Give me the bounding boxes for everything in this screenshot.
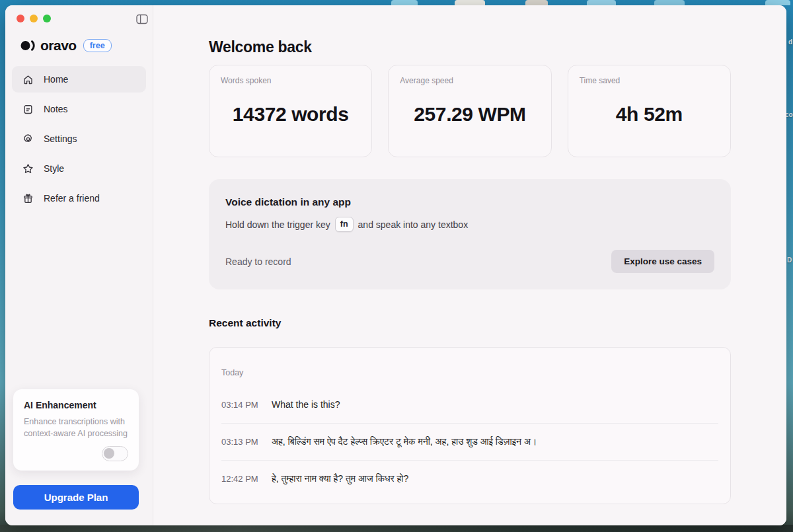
recording-status-text: Ready to record [225,256,291,267]
sidebar-item-settings[interactable]: Settings [12,126,146,152]
plan-badge: free [83,39,112,52]
star-icon [22,163,34,174]
ai-enhancement-toggle[interactable] [102,446,128,461]
activity-group-label: Today [221,348,718,377]
sidebar-item-label: Notes [44,104,68,114]
sidebar: oravo free Home [5,5,153,525]
stat-value: 257.29 WPM [414,96,525,126]
sidebar-nav: Home Notes [5,63,153,211]
main-content: Welcome back Words spoken 14372 words Av… [153,5,786,525]
sidebar-item-home[interactable]: Home [12,66,146,93]
activity-row[interactable]: 03:13 PM अह, बिल्डिंग सम ऐप दैट हेल्प्स … [221,423,718,460]
activity-time: 03:14 PM [221,400,260,410]
home-icon [22,74,34,85]
stat-card-time-saved: Time saved 4h 52m [568,65,731,157]
app-logo: oravo free [19,38,112,54]
instruction-text-before: Hold down the trigger key [225,219,330,230]
desktop-text-fragment: D [787,256,792,264]
app-window: oravo free Home [5,5,786,525]
voice-card-title: Voice dictation in any app [225,196,714,208]
sidebar-toggle-icon[interactable] [135,13,149,26]
activity-text: अह, बिल्डिंग सम ऐप दैट हेल्प्स क्रिएटर ट… [272,436,537,447]
activity-row[interactable]: 03:14 PM What the is this? [221,386,718,423]
stat-label: Average speed [400,76,453,85]
ai-card-title: AI Enhancement [24,400,128,410]
notes-icon [22,104,34,115]
activity-text: What the is this? [272,399,340,410]
stat-value: 14372 words [233,96,349,126]
ai-enhancement-card: AI Enhancement Enhance transcriptions wi… [13,389,139,471]
stat-label: Time saved [580,76,621,85]
gift-icon [22,193,34,204]
stats-row: Words spoken 14372 words Average speed 2… [209,65,731,157]
toggle-knob [104,448,114,459]
background-window-tab [391,0,418,5]
upgrade-plan-button[interactable]: Upgrade Plan [13,485,139,510]
desktop-text-fragment: d [788,38,792,46]
background-window-tab [587,0,616,5]
sidebar-item-label: Settings [44,133,77,144]
sidebar-item-notes[interactable]: Notes [12,96,146,122]
voice-dictation-card: Voice dictation in any app Hold down the… [209,179,731,289]
activity-text: हे, तुम्हारा नाम क्या है? तुम आज किधर हो… [272,473,408,484]
oravo-logo-icon [19,38,36,54]
sidebar-item-label: Home [44,74,68,85]
app-name: oravo [40,38,77,54]
fn-key-badge: fn [335,217,354,232]
activity-row[interactable]: 12:42 PM हे, तुम्हारा नाम क्या है? तुम आ… [221,460,718,497]
page-title: Welcome back [209,38,731,56]
stat-label: Words spoken [221,76,271,85]
minimize-window-button[interactable] [30,15,38,22]
close-window-button[interactable] [17,15,24,22]
window-controls [17,15,51,22]
sidebar-item-style[interactable]: Style [12,155,146,182]
background-window-tab [525,0,548,5]
sidebar-item-refer[interactable]: Refer a friend [12,185,146,211]
background-window-tab [765,0,790,5]
sidebar-item-label: Style [44,163,64,174]
zoom-window-button[interactable] [43,15,51,22]
recent-activity-heading: Recent activity [209,317,731,329]
voice-card-instruction: Hold down the trigger key fn and speak i… [225,217,714,232]
activity-time: 03:13 PM [221,437,260,447]
sidebar-item-label: Refer a friend [44,193,100,204]
stat-card-words-spoken: Words spoken 14372 words [209,65,372,157]
background-window-tab [654,0,685,5]
recent-activity-card: Today 03:14 PM What the is this? 03:13 P… [209,347,731,504]
gear-icon [22,133,34,145]
activity-time: 12:42 PM [221,474,260,484]
background-window-tab [455,0,485,5]
ai-card-description: Enhance transcriptions with context-awar… [24,416,128,439]
instruction-text-after: and speak into any textbox [358,219,469,230]
stat-value: 4h 52m [616,96,683,126]
desktop-bottom-strip [0,525,793,532]
stat-card-average-speed: Average speed 257.29 WPM [388,65,551,157]
explore-use-cases-button[interactable]: Explore use cases [611,250,714,273]
